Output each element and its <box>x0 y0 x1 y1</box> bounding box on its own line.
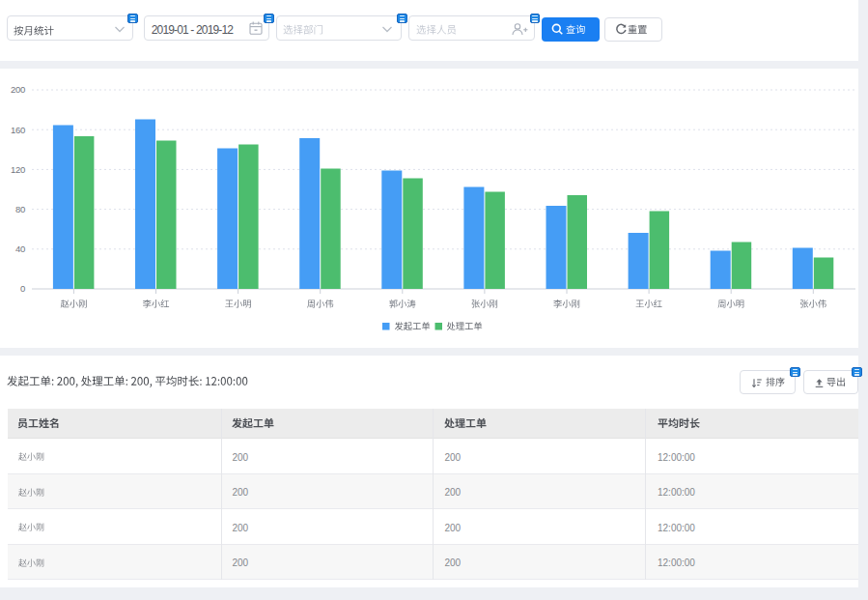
svg-text:40: 40 <box>15 243 25 254</box>
svg-text:120: 120 <box>11 164 25 175</box>
svg-text:0: 0 <box>20 283 25 294</box>
svg-text:80: 80 <box>15 204 25 214</box>
svg-text:160: 160 <box>11 125 25 135</box>
svg-text:200: 200 <box>11 84 25 95</box>
